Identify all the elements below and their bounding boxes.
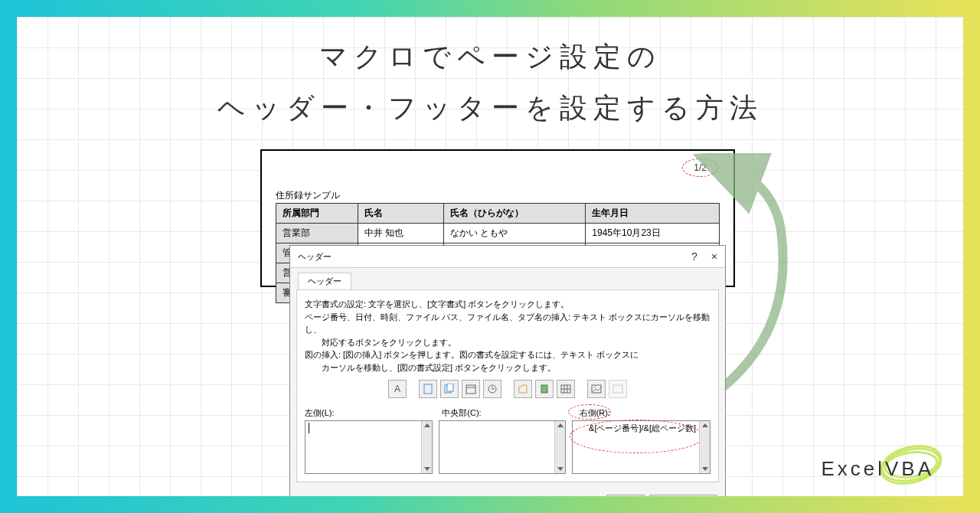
svg-point-14	[594, 387, 596, 388]
table-cell: 中井 知也	[358, 224, 443, 243]
hf-section-labels: 左側(L): 中央部(C): 右側(R):	[305, 407, 710, 419]
time-icon[interactable]	[483, 380, 501, 398]
svg-rect-15	[613, 385, 622, 393]
title-line-1: マクロでページ設定の	[0, 38, 980, 76]
table-header: 氏名（ひらがな）	[443, 204, 585, 224]
header-dialog: ヘッダー ? × ヘッダー 文字書式の設定: 文字を選択し、[文字書式] ボタン…	[289, 245, 726, 513]
logo-text: ExcelVBA	[821, 457, 934, 481]
page-number-badge: 1/2	[682, 158, 718, 177]
excelvba-logo: ExcelVBA	[821, 457, 934, 481]
format-picture-icon[interactable]	[609, 380, 627, 398]
right-header-input[interactable]: &[ページ番号]/&[総ページ数]	[572, 420, 710, 474]
toolbar: A	[305, 380, 710, 398]
svg-rect-0	[424, 384, 432, 394]
sample-table-title: 住所録サンプル	[276, 189, 340, 202]
table-cell: なかい ともや	[443, 224, 585, 243]
filepath-icon[interactable]	[514, 380, 532, 398]
table-header: 氏名	[358, 204, 443, 224]
sheetname-icon[interactable]	[557, 380, 575, 398]
help-icon[interactable]: ?	[691, 250, 697, 263]
page-title: マクロでページ設定の ヘッダー・フッターを設定する方法	[0, 38, 980, 127]
scrollbar[interactable]	[421, 421, 432, 473]
page-count-icon[interactable]	[440, 380, 459, 398]
ok-button[interactable]: OK	[606, 495, 645, 512]
filename-icon[interactable]	[535, 380, 554, 398]
page-number-icon[interactable]	[419, 380, 437, 398]
close-icon[interactable]: ×	[711, 250, 717, 263]
title-line-2: ヘッダー・フッターを設定する方法	[0, 90, 980, 127]
table-cell: 1945年10月23日	[586, 224, 720, 243]
center-label: 中央部(C):	[442, 407, 573, 419]
left-label: 左側(L):	[305, 407, 436, 419]
tab-header[interactable]: ヘッダー	[298, 273, 351, 289]
font-format-icon[interactable]: A	[388, 380, 407, 398]
dialog-body: 文字書式の設定: 文字を選択し、[文字書式] ボタンをクリックします。 ページ番…	[296, 289, 719, 482]
dialog-titlebar: ヘッダー ? ×	[290, 246, 725, 268]
right-label: 右側(R):	[580, 407, 710, 419]
dialog-tabs: ヘッダー	[290, 268, 725, 289]
table-header: 生年月日	[586, 204, 720, 224]
cancel-button[interactable]: キャンセル	[649, 495, 717, 512]
left-header-input[interactable]	[305, 420, 433, 474]
svg-rect-3	[466, 385, 475, 394]
table-header: 所属部門	[276, 204, 358, 224]
svg-rect-8	[541, 385, 547, 393]
scrollbar[interactable]	[554, 421, 565, 473]
date-icon[interactable]	[462, 380, 480, 398]
table-cell: 営業部	[276, 224, 358, 243]
svg-rect-2	[447, 384, 453, 391]
dialog-description: 文字書式の設定: 文字を選択し、[文字書式] ボタンをクリックします。 ページ番…	[305, 298, 710, 374]
dialog-footer: OK キャンセル	[290, 488, 725, 513]
dialog-title: ヘッダー	[298, 251, 332, 263]
insert-picture-icon[interactable]	[587, 380, 606, 398]
center-header-input[interactable]	[439, 420, 567, 474]
hf-input-boxes: &[ページ番号]/&[総ページ数]	[305, 420, 710, 474]
scrollbar[interactable]	[699, 421, 710, 473]
